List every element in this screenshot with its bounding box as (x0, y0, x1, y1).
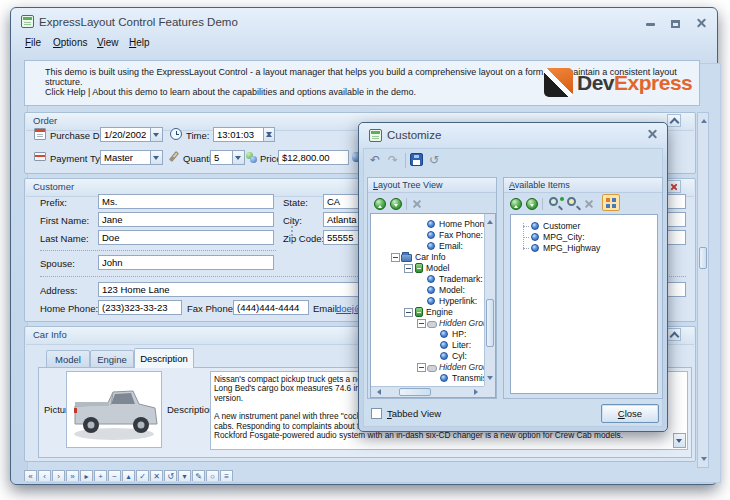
expander-icon[interactable] (404, 308, 413, 317)
list-item-label[interactable]: MPG_City: (543, 232, 585, 242)
tree-item-label[interactable]: Engine (426, 307, 453, 317)
tab-engine[interactable]: Engine (90, 350, 134, 368)
nav-cancel-button[interactable]: ✕ (150, 470, 163, 481)
scroll-down-arrow-icon[interactable] (701, 457, 707, 464)
nav-filter-button[interactable]: ≡ (220, 470, 233, 481)
tree-hscrollbar[interactable] (371, 386, 484, 397)
close-button[interactable] (697, 18, 707, 28)
tabbed-view-checkbox[interactable] (371, 408, 382, 419)
list-item-label[interactable]: MPG_Highway (543, 243, 600, 253)
nav-insert-button[interactable]: + (94, 470, 107, 481)
tree-item-label[interactable]: Liter: (452, 340, 471, 350)
move-up-button[interactable] (374, 198, 386, 210)
purchase-date-field[interactable]: 1/20/2002 (100, 127, 151, 142)
move-down-button[interactable] (526, 198, 538, 210)
tree-item-label[interactable]: HP: (452, 329, 466, 339)
nav-next-button[interactable]: ▸ (80, 470, 93, 481)
quantity-field[interactable]: 5 (210, 150, 233, 165)
nav-edit2-button[interactable]: ✎ (192, 470, 205, 481)
price-field[interactable]: $12,800.00 (278, 150, 349, 165)
nav-edit-button[interactable]: ▴ (122, 470, 135, 481)
nav-first-button[interactable]: « (24, 470, 37, 481)
move-down-button[interactable] (390, 198, 402, 210)
tree-connector (523, 248, 529, 249)
tree-item-label[interactable]: Model (426, 263, 449, 273)
quantity-dropdown-button[interactable] (232, 150, 245, 165)
nav-post-button[interactable]: ✓ (136, 470, 149, 481)
expander-icon[interactable] (417, 319, 426, 328)
delete-item-button[interactable] (412, 199, 423, 210)
scroll-left-arrow-icon[interactable] (374, 389, 381, 395)
prefix-field[interactable]: Ms. (98, 194, 274, 209)
tab-model[interactable]: Model (46, 350, 90, 368)
scrollbar-thumb[interactable] (486, 299, 494, 347)
nav-prev-page-button[interactable]: ‹ (38, 470, 51, 481)
tree-connector (523, 237, 529, 238)
list-item-label[interactable]: Customer (543, 221, 580, 231)
item-icon (427, 231, 435, 239)
minimize-button[interactable] (646, 23, 655, 26)
memo-dropdown-button[interactable] (673, 433, 686, 448)
scroll-up-arrow-icon[interactable] (701, 116, 707, 123)
dialog-close-button[interactable] (648, 129, 658, 139)
scroll-right-arrow-icon[interactable] (474, 389, 481, 395)
tree-item-label[interactable]: Cyl: (452, 351, 467, 361)
save-layout-button[interactable] (410, 153, 423, 166)
tree-vscrollbar[interactable] (484, 214, 495, 386)
splitter-handle[interactable] (291, 218, 293, 244)
tree-item-label[interactable]: Model: (439, 285, 465, 295)
home-phone-field[interactable]: (233)323-33-23 (98, 300, 182, 315)
first-name-field[interactable]: Jane (98, 212, 274, 227)
nav-bookmark-button[interactable]: ▾ (178, 470, 191, 481)
nav-next-page-button[interactable]: › (52, 470, 65, 481)
maximize-button[interactable] (671, 20, 680, 28)
menu-item-options[interactable]: Options (53, 37, 87, 48)
expander-icon[interactable] (417, 363, 426, 372)
last-name-field[interactable]: Doe (98, 230, 274, 245)
menu-item-file[interactable]: File (25, 37, 41, 48)
nav-search-button[interactable]: ○ (206, 470, 219, 481)
search-add-button[interactable] (549, 197, 558, 206)
spouse-field[interactable]: John (98, 255, 274, 270)
tree-item-label[interactable]: Car Info (415, 252, 446, 262)
search-button[interactable] (567, 197, 576, 206)
tree-item-label[interactable]: Fax Phone: (439, 230, 483, 240)
scroll-up-arrow-icon[interactable] (487, 217, 493, 224)
payment-type-dropdown-button[interactable] (150, 150, 163, 165)
expander-icon[interactable] (404, 264, 413, 273)
purchase-date-dropdown-button[interactable] (150, 127, 163, 142)
layout-tree-view[interactable]: Home Phone: Fax Phone: Email: Car Info M… (370, 213, 496, 398)
car-info-collapse-button[interactable] (667, 328, 681, 341)
payment-type-field[interactable]: Master (100, 150, 151, 165)
menu-item-help[interactable]: Help (129, 37, 150, 48)
tab-description[interactable]: Description (134, 348, 194, 368)
tree-item-label[interactable]: Email: (439, 241, 463, 251)
scrollbar-thumb[interactable] (399, 388, 431, 396)
clock-icon (170, 128, 182, 140)
menu-item-view[interactable]: View (97, 37, 119, 48)
nav-last-button[interactable]: » (66, 470, 79, 481)
time-field[interactable]: 13:01:03 (213, 127, 264, 142)
treeview-toggle-button[interactable] (602, 194, 620, 211)
undo-button[interactable]: ↶ (370, 154, 380, 166)
scroll-down-arrow-icon[interactable] (487, 376, 493, 383)
available-items-list[interactable]: Customer MPG_City: MPG_Highway (510, 214, 658, 394)
nav-delete-button[interactable]: − (108, 470, 121, 481)
clear-button[interactable] (584, 199, 595, 210)
fax-phone-field[interactable]: (444)444-4444 (233, 300, 309, 315)
tree-item-label[interactable]: Trademark: (439, 274, 483, 284)
close-dialog-button[interactable]: Close (601, 404, 659, 423)
restore-layout-button[interactable]: ↺ (429, 154, 439, 166)
scrollbar-thumb[interactable] (699, 247, 707, 269)
main-scrollbar[interactable] (697, 112, 709, 468)
order-collapse-button[interactable] (667, 114, 681, 127)
tabbed-view-label[interactable]: Tabbed View (387, 408, 441, 419)
tree-item-label[interactable]: Hyperlink: (439, 296, 477, 306)
customer-remove-button[interactable] (667, 180, 681, 193)
nav-refresh-button[interactable]: ↺ (164, 470, 177, 481)
time-spin-buttons[interactable] (263, 127, 275, 142)
email-link[interactable]: doej@c (336, 303, 360, 314)
expander-icon[interactable] (391, 253, 400, 262)
move-up-button[interactable] (510, 198, 522, 210)
redo-button[interactable]: ↷ (388, 154, 398, 166)
